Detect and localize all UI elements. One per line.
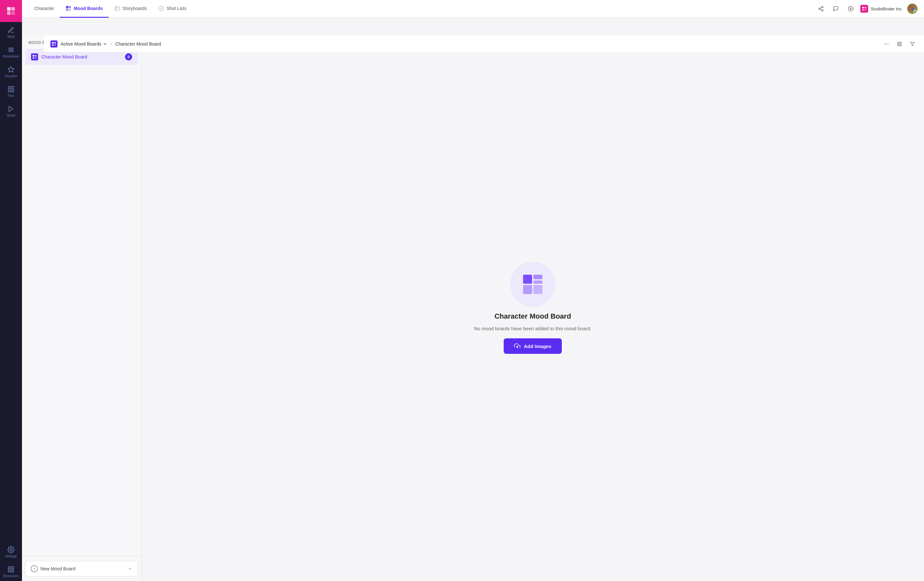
more-options-button[interactable] — [881, 39, 892, 49]
new-mood-board-button[interactable]: + New Mood Board — [25, 561, 138, 576]
sidebar-item-resources[interactable]: Resources — [0, 561, 22, 581]
svg-rect-17 — [66, 8, 68, 11]
chat-icon — [833, 6, 839, 12]
grid-icon — [897, 41, 902, 46]
sidebar-item-breakdown[interactable]: Breakdown — [0, 42, 22, 61]
grid-view-button[interactable] — [894, 39, 904, 49]
sidebar-item-plan[interactable]: Plan — [0, 81, 22, 101]
tab-character[interactable]: Character — [28, 0, 60, 18]
empty-state: Character Mood Board No mood boards have… — [474, 262, 592, 354]
svg-rect-51 — [523, 275, 532, 284]
add-images-button[interactable]: Add Images — [504, 338, 561, 354]
svg-rect-36 — [54, 42, 56, 44]
svg-rect-50 — [35, 57, 36, 59]
nav-tabs: Character Mood Boards Storyboards — [28, 0, 816, 18]
ellipsis-icon — [884, 41, 889, 46]
svg-rect-16 — [69, 6, 71, 8]
tab-shot-lists[interactable]: Shot Lists — [152, 0, 192, 18]
svg-rect-53 — [533, 281, 543, 284]
empty-state-title: Character Mood Board — [494, 312, 571, 320]
shot-lists-icon — [158, 5, 164, 11]
svg-rect-13 — [12, 570, 13, 572]
empty-icon-circle — [510, 262, 555, 307]
breadcrumb-bar: Active Mood Boards › Character Mood Boar… — [44, 36, 924, 52]
chevron-down-icon — [103, 42, 107, 46]
top-nav: Character Mood Boards Storyboards — [22, 0, 924, 18]
play-button[interactable] — [845, 3, 856, 14]
svg-rect-3 — [11, 11, 15, 15]
svg-point-25 — [819, 8, 820, 10]
svg-rect-52 — [533, 275, 543, 279]
chevron-down-icon — [128, 566, 132, 571]
filter-button[interactable] — [907, 39, 917, 49]
svg-rect-42 — [898, 42, 899, 44]
svg-point-24 — [822, 7, 823, 8]
svg-point-41 — [888, 43, 888, 44]
svg-rect-49 — [33, 57, 34, 59]
svg-point-26 — [822, 10, 823, 11]
svg-rect-48 — [35, 55, 36, 56]
company-badge[interactable]: StudioBinder Inc. — [860, 5, 903, 13]
svg-line-28 — [820, 7, 822, 8]
svg-rect-19 — [115, 7, 120, 10]
left-panel-footer: + New Mood Board — [22, 556, 141, 581]
svg-rect-18 — [69, 8, 71, 11]
avatar[interactable]: 👤 — [907, 3, 917, 14]
svg-rect-14 — [8, 570, 10, 572]
svg-marker-8 — [8, 66, 14, 72]
tab-mood-boards[interactable]: Mood Boards — [60, 0, 108, 18]
svg-rect-45 — [900, 44, 901, 46]
breadcrumb-separator: › — [111, 41, 112, 46]
icon-sidebar: Write Breakdown Visualize Plan Shoot Set… — [0, 0, 22, 581]
storyboards-icon — [114, 5, 120, 11]
svg-rect-1 — [11, 7, 15, 11]
svg-rect-31 — [862, 7, 864, 8]
svg-point-21 — [160, 7, 162, 9]
company-logo — [860, 5, 868, 13]
item-label: Character Mood Board — [41, 54, 122, 59]
svg-rect-54 — [523, 285, 532, 294]
svg-marker-30 — [850, 8, 851, 10]
left-panel: Mood Boards Character Mood Board 0 — [22, 35, 142, 581]
svg-rect-0 — [7, 7, 11, 11]
svg-point-29 — [848, 7, 853, 11]
plus-icon: + — [31, 565, 38, 572]
svg-marker-46 — [911, 42, 914, 46]
svg-rect-44 — [898, 44, 899, 46]
item-icon — [31, 53, 38, 60]
upload-icon — [514, 343, 520, 349]
svg-rect-2 — [7, 11, 11, 15]
online-indicator — [914, 10, 917, 13]
svg-rect-47 — [33, 55, 34, 56]
breadcrumb-dropdown[interactable]: Active Mood Boards — [61, 41, 107, 46]
app-logo[interactable] — [0, 0, 22, 22]
breadcrumb-actions — [881, 39, 917, 49]
sidebar-item-settings[interactable]: Settings — [0, 541, 22, 561]
svg-rect-38 — [54, 44, 56, 46]
sidebar-item-shoot[interactable]: Shoot — [0, 101, 22, 120]
empty-state-subtitle: No mood boards have been added to this m… — [474, 326, 592, 331]
svg-rect-34 — [865, 9, 866, 11]
svg-rect-15 — [66, 6, 68, 8]
share-icon — [818, 6, 824, 12]
breadcrumb-current: Character Mood Board — [116, 41, 161, 46]
svg-rect-11 — [8, 567, 10, 569]
play-icon — [848, 6, 853, 12]
svg-rect-12 — [12, 567, 13, 569]
right-panel: Character Mood Board No mood boards have… — [142, 35, 924, 581]
share-button[interactable] — [816, 3, 826, 14]
tab-storyboards[interactable]: Storyboards — [109, 0, 152, 18]
svg-point-40 — [886, 43, 887, 44]
chat-button[interactable] — [831, 3, 841, 14]
sidebar-item-write[interactable]: Write — [0, 22, 22, 42]
filter-icon — [910, 41, 915, 46]
item-count: 0 — [125, 53, 132, 60]
svg-rect-33 — [862, 9, 864, 11]
top-nav-right: StudioBinder Inc. 👤 — [816, 3, 917, 14]
svg-line-27 — [820, 9, 822, 10]
mood-boards-icon — [66, 5, 71, 11]
breadcrumb-icon — [50, 40, 58, 48]
sidebar-item-visualize[interactable]: Visualize — [0, 61, 22, 81]
svg-rect-55 — [533, 285, 543, 294]
svg-rect-37 — [52, 44, 54, 46]
